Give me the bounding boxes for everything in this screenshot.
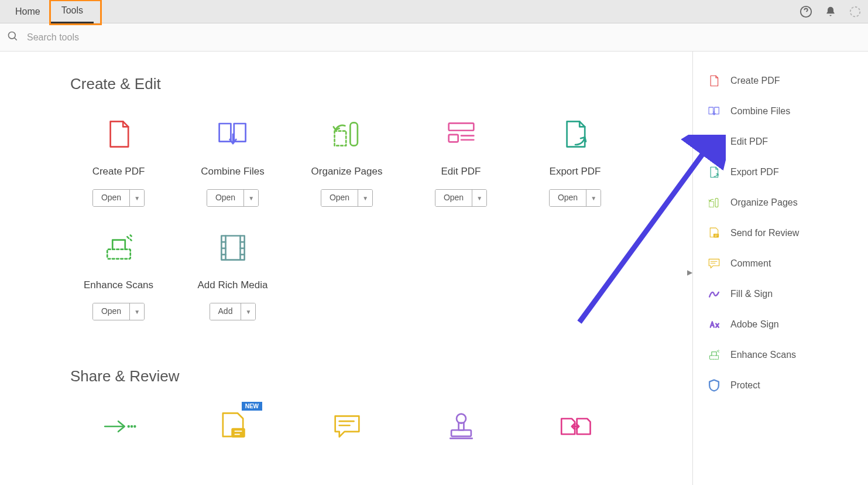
sidebar-item-combine-files[interactable]: Combine Files xyxy=(702,96,859,127)
sidebar-item-organize-pages[interactable]: Organize Pages xyxy=(702,187,859,218)
svg-rect-34 xyxy=(709,142,713,145)
tool-card-create-pdf[interactable]: Create PDF Open ▼ xyxy=(70,117,167,207)
tool-button-add-rich-media[interactable]: Add ▼ xyxy=(210,303,256,320)
sidebar-item-label: Edit PDF xyxy=(730,136,768,147)
chevron-down-icon[interactable]: ▼ xyxy=(472,190,486,206)
tool-button-organize-pages[interactable]: Open ▼ xyxy=(321,189,373,207)
sidebar-item-label: Send for Review xyxy=(730,228,799,238)
sidebar-item-label: Adobe Sign xyxy=(730,319,779,330)
send-review-icon xyxy=(215,409,251,444)
svg-point-29 xyxy=(457,414,466,423)
right-sidebar: ▶ Create PDF Combine Files Edit PDF Expo… xyxy=(692,52,868,485)
tool-card-send-review[interactable]: NEW xyxy=(184,409,281,458)
search-input[interactable] xyxy=(22,28,861,47)
tool-button-create-pdf[interactable]: Open ▼ xyxy=(92,189,145,207)
tool-button-action[interactable]: Open xyxy=(207,190,244,206)
tool-card-stamp[interactable] xyxy=(413,409,509,458)
svg-line-3 xyxy=(15,37,17,40)
comment-icon xyxy=(330,409,365,444)
tab-tools[interactable]: Tools xyxy=(51,0,94,23)
tool-card-share[interactable] xyxy=(70,409,167,458)
tool-button-action[interactable]: Open xyxy=(321,190,358,206)
sidebar-item-label: Export PDF xyxy=(730,167,779,177)
sidebar-item-label: Enhance Scans xyxy=(730,350,796,360)
sidebar-item-label: Combine Files xyxy=(730,106,790,117)
tool-label: Edit PDF xyxy=(441,166,481,177)
tool-card-enhance-scans[interactable]: Enhance Scans Open ▼ xyxy=(70,230,167,320)
badge-new: NEW xyxy=(242,402,262,411)
tool-label: Enhance Scans xyxy=(84,279,153,291)
tool-button-action[interactable]: Open xyxy=(435,190,472,206)
sidebar-item-create-pdf[interactable]: Create PDF xyxy=(702,66,859,96)
tool-card-add-rich-media[interactable]: Add Rich Media Add ▼ xyxy=(184,230,281,320)
create-pdf-icon xyxy=(101,117,136,152)
tool-card-comment[interactable] xyxy=(299,409,395,458)
tool-card-export-pdf[interactable]: Export PDF Open ▼ xyxy=(527,117,623,207)
tool-label: Export PDF xyxy=(550,166,601,177)
organize-pages-icon xyxy=(330,117,365,152)
svg-rect-5 xyxy=(334,131,346,146)
create-pdf-icon xyxy=(707,74,721,88)
fill-sign-icon xyxy=(707,287,721,301)
protect-icon xyxy=(707,378,721,392)
svg-rect-44 xyxy=(709,356,718,359)
tool-label: Add Rich Media xyxy=(197,279,267,291)
organize-pages-icon xyxy=(707,196,721,210)
svg-rect-33 xyxy=(709,137,719,140)
compare-icon xyxy=(558,409,593,444)
tool-button-export-pdf[interactable]: Open ▼ xyxy=(549,189,601,207)
add-rich-media-icon xyxy=(215,230,251,265)
svg-point-0 xyxy=(801,6,811,16)
chevron-down-icon[interactable]: ▼ xyxy=(241,303,255,320)
sidebar-item-label: Comment xyxy=(730,258,771,269)
chevron-down-icon[interactable]: ▼ xyxy=(244,190,258,206)
sidebar-item-comment[interactable]: Comment xyxy=(702,248,859,279)
tool-button-action[interactable]: Open xyxy=(550,190,586,206)
tool-card-combine-files[interactable]: Combine Files Open ▼ xyxy=(184,117,281,207)
sidebar-item-protect[interactable]: Protect xyxy=(702,370,859,401)
tool-card-edit-pdf[interactable]: Edit PDF Open ▼ xyxy=(413,117,509,207)
export-pdf-icon xyxy=(558,117,593,152)
sidebar-item-enhance-scans[interactable]: Enhance Scans xyxy=(702,340,859,370)
help-icon[interactable] xyxy=(798,4,814,20)
svg-rect-24 xyxy=(231,428,245,438)
bell-icon[interactable] xyxy=(822,4,839,20)
svg-rect-38 xyxy=(709,201,714,207)
sidebar-item-fill-sign[interactable]: Fill & Sign xyxy=(702,279,859,309)
tool-button-edit-pdf[interactable]: Open ▼ xyxy=(435,189,487,207)
combine-files-icon xyxy=(707,104,721,118)
tools-content: Create & Edit Create PDF Open ▼ Combine … xyxy=(0,52,692,485)
stamp-icon xyxy=(444,409,479,444)
svg-point-1 xyxy=(850,6,860,16)
chevron-down-icon[interactable]: ▼ xyxy=(586,190,601,206)
top-tabbar: Home Tools xyxy=(0,0,868,23)
svg-rect-6 xyxy=(448,123,474,130)
tool-button-combine-files[interactable]: Open ▼ xyxy=(207,189,259,207)
activity-icon[interactable] xyxy=(847,4,863,20)
tool-card-organize-pages[interactable]: Organize Pages Open ▼ xyxy=(299,117,395,207)
search-bar xyxy=(0,23,868,52)
sidebar-item-label: Create PDF xyxy=(730,76,780,86)
svg-rect-37 xyxy=(715,198,718,207)
sidebar-item-export-pdf[interactable]: Export PDF xyxy=(702,157,859,187)
chevron-down-icon[interactable]: ▼ xyxy=(358,190,372,206)
sidebar-item-label: Fill & Sign xyxy=(730,289,773,299)
sidebar-item-send-review[interactable]: Send for Review xyxy=(702,218,859,248)
sidebar-item-adobe-sign[interactable]: Adobe Sign xyxy=(702,309,859,340)
tab-home[interactable]: Home xyxy=(5,0,51,23)
sidebar-item-label: Protect xyxy=(730,380,760,391)
tool-card-compare[interactable] xyxy=(527,409,623,458)
tool-label: Create PDF xyxy=(92,166,145,177)
tool-button-action[interactable]: Add xyxy=(210,303,242,320)
chevron-down-icon[interactable]: ▼ xyxy=(130,303,144,320)
svg-point-21 xyxy=(127,425,129,428)
edit-pdf-icon xyxy=(707,135,721,149)
tool-button-enhance-scans[interactable]: Open ▼ xyxy=(92,303,145,320)
send-review-icon xyxy=(707,226,721,240)
chevron-down-icon[interactable]: ▼ xyxy=(130,190,144,206)
sidebar-collapse-handle[interactable]: ▶ xyxy=(687,268,692,276)
edit-pdf-icon xyxy=(444,117,479,152)
sidebar-item-edit-pdf[interactable]: Edit PDF xyxy=(702,127,859,157)
tool-button-action[interactable]: Open xyxy=(93,303,130,320)
tool-button-action[interactable]: Open xyxy=(93,190,130,206)
